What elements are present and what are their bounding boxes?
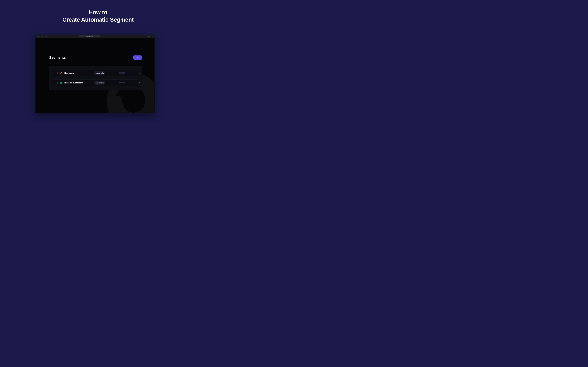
segment-type-badge: Automatic [94,71,105,75]
hero-title: How to Create Automatic Segment [0,0,196,23]
window-controls [37,36,40,37]
hero-line1: How to [0,9,196,16]
segment-checkbox[interactable] [56,72,58,74]
section-title: Segments [49,55,66,60]
svg-rect-0 [42,36,43,37]
link-icon [98,36,99,37]
reload-icon[interactable] [52,35,55,37]
status-dot-icon [139,82,140,83]
segment-row[interactable]: 🚀 New users Automatic [53,70,138,76]
lock-icon [80,36,81,37]
flag-nigeria-icon [60,82,62,84]
sidebar-toggle-icon[interactable] [42,35,44,37]
app-viewport: Segments 🚀 New users Automatic [36,38,154,113]
browser-chrome: uselumen.co [35,35,155,38]
browser-window: uselumen.co Segments [35,34,155,113]
forward-icon[interactable] [49,35,51,37]
segments-list: 🚀 New users Automatic Nigerian customers… [49,66,142,90]
segment-row[interactable]: Nigerian customers Automatic [53,79,138,86]
segment-placeholder-bar [119,72,125,74]
segment-name: New users [64,72,92,74]
status-dot-icon [139,73,140,74]
downloads-icon[interactable] [148,35,150,37]
maximize-window-icon[interactable] [40,36,40,37]
new-tab-icon[interactable] [151,35,153,37]
svg-rect-2 [80,36,81,37]
segment-checkbox[interactable] [56,82,58,84]
minimize-window-icon[interactable] [38,36,39,37]
segment-type-badge: Automatic [94,81,105,84]
back-icon[interactable] [46,35,48,37]
hero-line2: Create Automatic Segment [0,16,196,23]
plus-icon [137,57,139,58]
rocket-icon: 🚀 [60,72,62,74]
segment-name: Nigerian customers [64,82,92,84]
segment-placeholder-bar [119,82,125,83]
add-segment-button[interactable] [133,55,142,60]
close-window-icon[interactable] [37,36,37,37]
address-bar[interactable]: uselumen.co [79,35,100,37]
address-bar-domain: uselumen.co [82,36,97,37]
